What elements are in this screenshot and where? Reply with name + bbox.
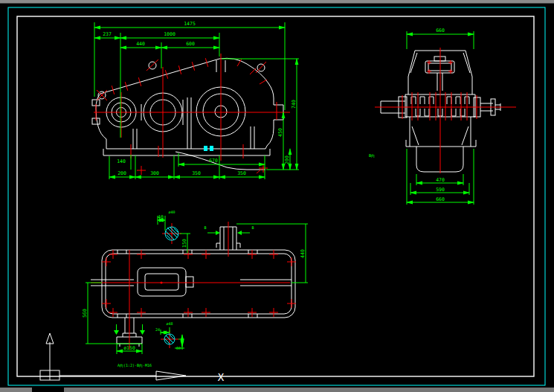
dim-side-bottom-660[interactable]: 660 bbox=[436, 196, 445, 202]
sheet-border[interactable] bbox=[8, 7, 545, 385]
plan-view-hatched-holes[interactable] bbox=[164, 227, 178, 344]
dim-right-lower[interactable]: 200 bbox=[284, 155, 290, 164]
dim-base-140[interactable]: 140 bbox=[117, 158, 126, 164]
plan-view-note[interactable]: A向(1:2)·B向·M16 bbox=[117, 363, 152, 367]
side-view[interactable]: 660 470 590 660 B向 bbox=[369, 28, 516, 205]
dim-side-590[interactable]: 590 bbox=[436, 187, 445, 193]
dim-670[interactable]: 670 bbox=[209, 158, 218, 164]
plan-view-geometry[interactable] bbox=[91, 227, 295, 347]
dim-600[interactable]: 600 bbox=[186, 41, 195, 47]
dim-side-470[interactable]: 470 bbox=[436, 177, 445, 183]
dim-plan-24[interactable]: 24 bbox=[155, 327, 160, 332]
dim-1475[interactable]: 1475 bbox=[184, 21, 196, 27]
front-view[interactable]: 1475 237 1000 440 600 740 450 200 140 67… bbox=[92, 21, 299, 179]
x-axis-label: X bbox=[218, 371, 225, 383]
dim-bottom-200[interactable]: 200 bbox=[117, 170, 126, 176]
plan-view[interactable]: B B 40 ø40 150 440 560 ø150 24 ø48 60 A向… bbox=[82, 210, 308, 367]
dim-right-outer[interactable]: 740 bbox=[291, 100, 297, 109]
dim-bottom-350b[interactable]: 350 bbox=[237, 170, 246, 176]
dim-1000[interactable]: 1000 bbox=[164, 31, 175, 37]
dim-plan-560[interactable]: 560 bbox=[82, 309, 88, 318]
dim-right-inner[interactable]: 450 bbox=[277, 128, 283, 137]
plan-view-dimensions[interactable]: 40 ø40 150 440 560 ø150 24 ø48 60 A向(1:2… bbox=[82, 210, 308, 367]
cad-application-window: 1475 237 1000 440 600 740 450 200 140 67… bbox=[0, 0, 554, 392]
dim-237[interactable]: 237 bbox=[103, 31, 112, 37]
dim-plan-dia150[interactable]: ø150 bbox=[123, 345, 135, 351]
dim-plan-150[interactable]: 150 bbox=[181, 239, 187, 248]
dim-plan-60[interactable]: 60 bbox=[176, 346, 181, 350]
dim-plan-dia48[interactable]: ø48 bbox=[166, 321, 173, 326]
section-label-b-right[interactable]: B bbox=[251, 225, 254, 230]
drawing-canvas[interactable]: 1475 237 1000 440 600 740 450 200 140 67… bbox=[0, 0, 554, 392]
side-view-dimensions[interactable]: 660 470 590 660 B向 bbox=[369, 28, 474, 205]
dim-bottom-350a[interactable]: 350 bbox=[192, 170, 201, 176]
ucs-icon: X bbox=[40, 333, 225, 383]
dim-plan-440[interactable]: 440 bbox=[300, 249, 306, 258]
dim-440[interactable]: 440 bbox=[136, 41, 145, 47]
dim-plan-40[interactable]: 40 bbox=[158, 214, 164, 220]
dim-plan-dia40[interactable]: ø40 bbox=[168, 210, 175, 214]
section-label-b-left[interactable]: B bbox=[204, 225, 206, 230]
side-view-label[interactable]: B向 bbox=[369, 153, 375, 158]
dim-side-top-660[interactable]: 660 bbox=[436, 28, 445, 33]
dim-bottom-300[interactable]: 300 bbox=[150, 170, 159, 176]
